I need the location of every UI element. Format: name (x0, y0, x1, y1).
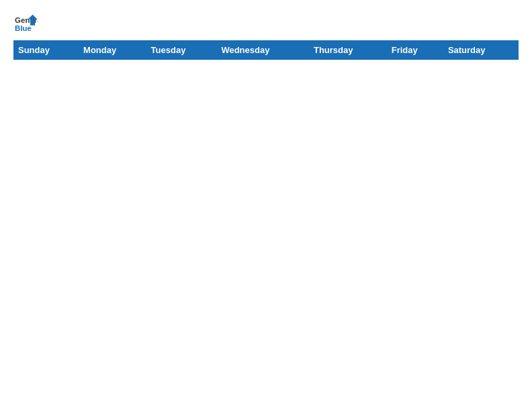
logo-icon: General Blue (13, 13, 38, 34)
logo: General Blue (13, 13, 38, 34)
column-header-saturday: Saturday (443, 41, 518, 60)
calendar-table: SundayMondayTuesdayWednesdayThursdayFrid… (13, 40, 519, 60)
header-row: SundayMondayTuesdayWednesdayThursdayFrid… (14, 41, 519, 60)
column-header-tuesday: Tuesday (146, 41, 217, 60)
column-header-wednesday: Wednesday (217, 41, 310, 60)
column-header-friday: Friday (387, 41, 443, 60)
calendar-header: SundayMondayTuesdayWednesdayThursdayFrid… (14, 41, 519, 60)
svg-text:Blue: Blue (15, 24, 32, 32)
column-header-thursday: Thursday (309, 41, 387, 60)
page-header: General Blue (13, 13, 519, 34)
column-header-sunday: Sunday (14, 41, 79, 60)
column-header-monday: Monday (79, 41, 147, 60)
